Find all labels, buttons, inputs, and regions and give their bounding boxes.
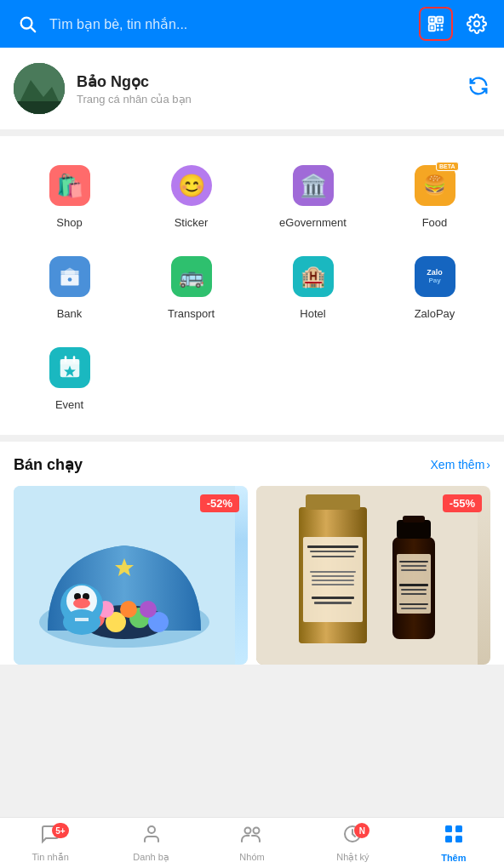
service-event[interactable]: Event xyxy=(9,335,130,426)
svg-rect-66 xyxy=(399,603,428,605)
svg-point-69 xyxy=(245,828,251,834)
svg-rect-73 xyxy=(455,825,462,832)
svg-rect-55 xyxy=(306,494,360,510)
shop-label: Shop xyxy=(56,216,82,229)
transport-icon: 🚌 xyxy=(171,256,212,297)
profile-name: Bảo Ngọc xyxy=(77,72,192,91)
shop-icon-wrap: 🛍️ xyxy=(46,162,94,209)
services-section: 🛍️ Shop 😊 Sticker 🏛️ eGovernment 🍔 BETA xyxy=(0,136,504,435)
nav-messages[interactable]: 5+ Tin nhắn xyxy=(0,818,100,868)
qr-button[interactable] xyxy=(419,7,453,41)
svg-rect-20 xyxy=(60,359,79,364)
svg-rect-53 xyxy=(312,597,354,599)
svg-rect-67 xyxy=(401,608,427,609)
profile-section[interactable]: Bảo Ngọc Trang cá nhân của bạn xyxy=(0,48,504,129)
bottom-nav: 5+ Tin nhắn Danh bạ Nhóm xyxy=(0,817,504,868)
svg-rect-3 xyxy=(431,19,434,22)
contacts-icon xyxy=(141,824,162,849)
zalopay-icon: Zalo Pay xyxy=(415,256,455,297)
svg-rect-72 xyxy=(445,825,452,832)
service-zalopay[interactable]: Zalo Pay ZaloPay xyxy=(374,244,495,335)
service-food[interactable]: 🍔 BETA Food xyxy=(374,153,495,244)
search-bar[interactable]: Tìm bạn bè, tin nhắn... xyxy=(12,9,410,39)
svg-rect-50 xyxy=(312,575,354,577)
discount-badge-1: -52% xyxy=(200,494,239,512)
product-image-2 xyxy=(256,486,490,665)
product-card-1[interactable]: -52% xyxy=(14,486,248,665)
svg-rect-51 xyxy=(312,580,354,581)
nav-groups[interactable]: Nhóm xyxy=(202,818,302,868)
messages-label: Tin nhắn xyxy=(32,852,69,863)
svg-point-70 xyxy=(254,828,260,834)
search-placeholder: Tìm bạn bè, tin nhắn... xyxy=(49,16,187,32)
diary-label: Nhật ký xyxy=(336,852,369,863)
svg-rect-63 xyxy=(399,584,428,586)
more-icon xyxy=(443,823,465,850)
svg-rect-64 xyxy=(401,589,427,591)
svg-rect-74 xyxy=(445,836,452,842)
profile-left: Bảo Ngọc Trang cá nhân của bạn xyxy=(14,63,192,114)
service-transport[interactable]: 🚌 Transport xyxy=(130,244,252,335)
services-grid: 🛍️ Shop 😊 Sticker 🏛️ eGovernment 🍔 BETA xyxy=(9,153,495,426)
egovernment-icon-wrap: 🏛️ xyxy=(289,162,337,209)
nav-diary[interactable]: N Nhật ký xyxy=(302,818,403,868)
xem-them-link[interactable]: Xem thêm › xyxy=(431,458,490,471)
egovernment-label: eGovernment xyxy=(279,216,346,229)
svg-rect-62 xyxy=(401,569,427,571)
product-card-2[interactable]: -55% xyxy=(256,486,490,665)
svg-rect-57 xyxy=(397,520,431,539)
xem-them-text: Xem thêm xyxy=(431,458,485,471)
sticker-label: Sticker xyxy=(175,216,209,229)
event-icon xyxy=(49,347,90,388)
service-shop[interactable]: 🛍️ Shop xyxy=(9,153,130,244)
profile-subtitle: Trang cá nhân của bạn xyxy=(77,93,192,106)
diary-badge: N xyxy=(354,823,369,838)
service-hotel[interactable]: 🏨 Hotel xyxy=(252,244,374,335)
svg-rect-7 xyxy=(431,26,434,30)
svg-rect-48 xyxy=(312,556,354,557)
products-row: -52% xyxy=(14,486,490,665)
svg-rect-15 xyxy=(14,101,65,114)
more-label: Thêm xyxy=(441,853,466,863)
svg-rect-61 xyxy=(401,565,427,567)
svg-rect-52 xyxy=(312,584,354,585)
svg-rect-11 xyxy=(441,29,444,31)
svg-rect-49 xyxy=(310,571,356,573)
groups-label: Nhóm xyxy=(239,852,264,862)
svg-rect-60 xyxy=(399,561,428,562)
svg-rect-5 xyxy=(438,19,442,22)
svg-point-39 xyxy=(73,598,90,608)
transport-icon-wrap: 🚌 xyxy=(168,253,215,300)
contacts-label: Danh bạ xyxy=(133,852,169,863)
chevron-right-icon: › xyxy=(486,458,490,471)
bank-icon-wrap xyxy=(46,253,94,300)
ban-chay-section: Bán chạy Xem thêm › xyxy=(0,442,504,665)
beta-badge: BETA xyxy=(436,162,459,171)
nav-contacts[interactable]: Danh bạ xyxy=(100,818,201,868)
nav-more[interactable]: Thêm xyxy=(404,818,504,868)
svg-point-32 xyxy=(120,601,137,618)
zalopay-icon-wrap: Zalo Pay xyxy=(411,253,459,300)
svg-point-33 xyxy=(140,601,157,618)
svg-line-1 xyxy=(31,27,35,31)
sticker-icon-wrap: 😊 xyxy=(168,162,215,209)
service-bank[interactable]: Bank xyxy=(9,244,130,335)
settings-button[interactable] xyxy=(461,9,492,39)
svg-point-40 xyxy=(63,609,100,635)
event-label: Event xyxy=(55,398,83,411)
ban-chay-title: Bán chạy xyxy=(14,455,83,474)
transport-label: Transport xyxy=(168,307,215,320)
food-icon-wrap: 🍔 BETA xyxy=(411,162,459,209)
product-image-1 xyxy=(14,486,248,665)
svg-point-12 xyxy=(474,21,479,26)
svg-rect-47 xyxy=(310,551,356,552)
service-egovernment[interactable]: 🏛️ eGovernment xyxy=(252,153,374,244)
sync-button[interactable] xyxy=(467,74,490,103)
messages-badge: 5+ xyxy=(52,823,68,838)
bank-label: Bank xyxy=(57,307,83,320)
svg-rect-65 xyxy=(401,593,427,595)
service-sticker[interactable]: 😊 Sticker xyxy=(130,153,252,244)
food-icon: 🍔 BETA xyxy=(415,165,455,206)
search-icon xyxy=(12,9,43,39)
egovernment-icon: 🏛️ xyxy=(293,165,334,206)
